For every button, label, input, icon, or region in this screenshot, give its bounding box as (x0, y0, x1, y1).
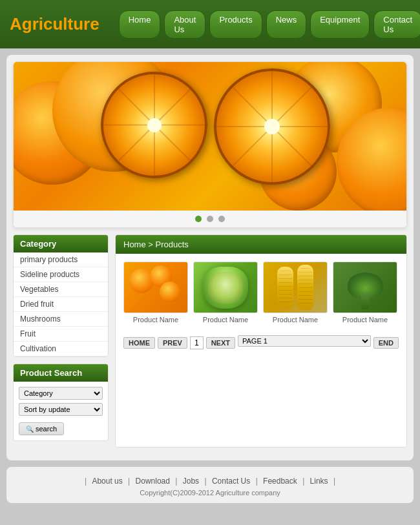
product-item-1[interactable]: Product Name (123, 262, 188, 324)
product-item-4[interactable]: Product Name (333, 262, 397, 324)
sort-select[interactable]: Sort by update Sort by name Sort by pric… (19, 403, 103, 416)
nav-btn-contact[interactable]: Contact Us (373, 10, 420, 39)
search-button[interactable]: 🔍 search (19, 422, 64, 435)
sidebar-item-mushrooms[interactable]: Mushrooms (14, 312, 108, 327)
next-page-btn[interactable]: NEXT (206, 337, 235, 349)
footer-divider-start: | (85, 477, 87, 486)
footer-link-contact[interactable]: Contact Us (212, 477, 250, 486)
footer-copyright: Copyright(C)2009-2012 Agriculture compan… (6, 489, 414, 497)
nav-btn-equipment[interactable]: Equipment (310, 10, 370, 39)
sidebar-item-sideline[interactable]: Sideline products (14, 267, 108, 282)
orange-slice-left (101, 72, 207, 178)
nav-btn-news[interactable]: News (266, 10, 307, 39)
category-title: Category (14, 235, 108, 252)
banner-dot-2[interactable] (207, 216, 213, 222)
nav-btn-about[interactable]: About Us (164, 10, 205, 39)
nav-btn-products[interactable]: Products (209, 10, 262, 39)
footer-link-download[interactable]: Download (136, 477, 170, 486)
breadcrumb: Home > Products (116, 235, 406, 254)
product-item-2[interactable]: Product Name (193, 262, 258, 324)
search-section: Product Search Category Vegetables Fruit… (13, 364, 109, 441)
search-btn-label: search (36, 425, 57, 433)
banner-wrapper (13, 61, 407, 228)
footer-link-about[interactable]: About us (92, 477, 122, 486)
category-section: Category primary products Sideline produ… (13, 234, 109, 357)
search-title: Product Search (14, 364, 108, 382)
end-page-btn[interactable]: END (373, 337, 399, 349)
logo-accent: A (10, 14, 22, 34)
pagination: HOME PREV 1 NEXT PAGE 1 PAGE 2 END (116, 331, 406, 358)
content-area: Category primary products Sideline produ… (13, 234, 407, 448)
sidebar-item-vegetables[interactable]: Vegetables (14, 282, 108, 297)
sidebar-item-cultivation[interactable]: Cultivation (14, 342, 108, 356)
header: Agriculture HomeAbout UsProductsNewsEqui… (0, 0, 420, 48)
banner-dots (14, 211, 406, 227)
products-main: Home > Products Product Name (115, 234, 407, 448)
sidebar-item-fruit[interactable]: Fruit (14, 327, 108, 342)
search-icon: 🔍 (26, 426, 34, 433)
footer-link-links[interactable]: Links (310, 477, 328, 486)
prev-page-btn[interactable]: PREV (158, 337, 187, 349)
footer-link-jobs[interactable]: Jobs (183, 477, 199, 486)
product-img-4 (333, 262, 397, 313)
sidebar-item-primary[interactable]: primary products (14, 252, 108, 267)
logo: Agriculture (10, 14, 100, 34)
sidebar: Category primary products Sideline produ… (13, 234, 109, 448)
sidebar-item-dried[interactable]: Dried fruit (14, 297, 108, 312)
home-page-btn[interactable]: HOME (123, 337, 155, 349)
product-name-3: Product Name (263, 316, 328, 324)
banner-image (14, 62, 406, 211)
footer-links: | About us | Download | Jobs | Contact U… (6, 477, 414, 486)
page-number: 1 (190, 336, 204, 349)
product-img-1 (123, 262, 188, 313)
orange-slice-right (214, 68, 330, 185)
category-select[interactable]: Category Vegetables Fruits Dried fruit (19, 387, 103, 400)
page-select[interactable]: PAGE 1 PAGE 2 (238, 335, 371, 347)
main-nav: HomeAbout UsProductsNewsEquipmentContact… (119, 10, 420, 39)
banner-dot-1[interactable] (195, 216, 202, 222)
main-container: Category primary products Sideline produ… (6, 55, 414, 460)
product-name-4: Product Name (333, 316, 397, 324)
search-inner: Category Vegetables Fruits Dried fruit S… (14, 382, 108, 440)
products-grid: Product Name Product Name (116, 254, 406, 331)
product-img-3 (263, 262, 328, 313)
product-img-2 (193, 262, 258, 313)
product-item-3[interactable]: Product Name (263, 262, 328, 324)
nav-btn-home[interactable]: Home (119, 10, 161, 39)
banner-dot-3[interactable] (218, 216, 225, 222)
product-name-2: Product Name (193, 316, 258, 324)
footer-link-feedback[interactable]: Feedback (263, 477, 297, 486)
product-name-1: Product Name (123, 316, 188, 324)
footer: | About us | Download | Jobs | Contact U… (6, 467, 414, 503)
